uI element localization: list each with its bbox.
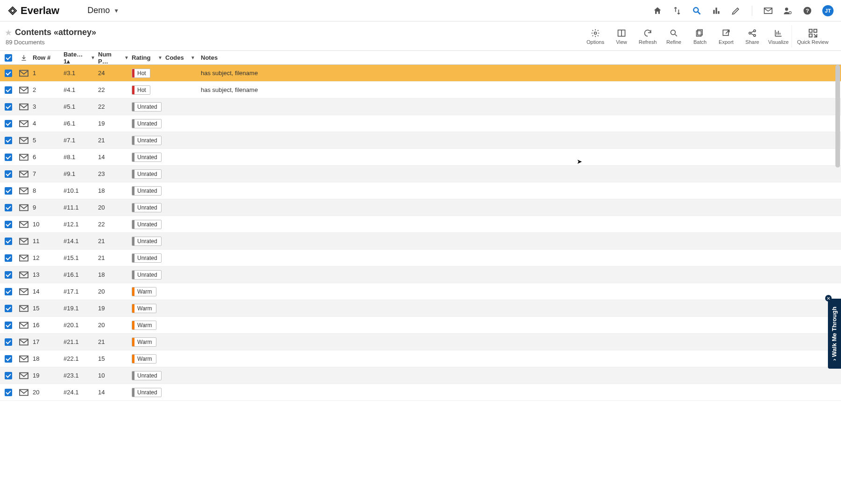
rating-cell[interactable]: Unrated (132, 115, 165, 132)
envelope-icon[interactable] (17, 103, 31, 111)
row-checkbox[interactable] (5, 221, 12, 228)
batch-button[interactable]: Batch (687, 25, 713, 48)
select-all-checkbox[interactable] (5, 54, 12, 62)
rating-cell[interactable]: Unrated (132, 367, 165, 384)
column-row[interactable]: Row # (31, 51, 64, 64)
envelope-icon[interactable] (17, 254, 31, 262)
pen-icon[interactable] (731, 6, 741, 15)
rating-cell[interactable]: Unrated (132, 132, 165, 148)
column-codes[interactable]: Codes▼ (165, 51, 198, 64)
envelope-icon[interactable] (17, 287, 31, 296)
rating-cell[interactable]: Hot (132, 82, 165, 98)
project-picker[interactable]: Demo ▼ (87, 6, 119, 15)
user-avatar[interactable]: JT (822, 5, 834, 16)
row-checkbox[interactable] (5, 170, 12, 178)
export-button[interactable]: Export (713, 25, 739, 48)
rating-cell[interactable]: Warm (132, 334, 165, 350)
table-row[interactable]: 7#9.123Unrated (0, 166, 841, 182)
mail-icon[interactable] (763, 6, 773, 15)
walk-me-through-tab[interactable]: › Walk Me Through (828, 299, 841, 369)
row-checkbox[interactable] (5, 204, 12, 211)
row-checkbox[interactable] (5, 389, 12, 396)
row-checkbox[interactable] (5, 355, 12, 363)
row-checkbox[interactable] (5, 288, 12, 295)
envelope-icon[interactable] (17, 237, 31, 245)
envelope-icon[interactable] (17, 321, 31, 329)
row-checkbox[interactable] (5, 305, 12, 312)
envelope-icon[interactable] (17, 153, 31, 161)
search-icon[interactable] (692, 6, 701, 15)
help-icon[interactable]: ? (803, 6, 812, 15)
row-checkbox[interactable] (5, 86, 12, 94)
rating-cell[interactable]: Hot (132, 65, 165, 81)
envelope-icon[interactable] (17, 136, 31, 145)
table-row[interactable]: 8#10.118Unrated (0, 182, 841, 199)
row-checkbox[interactable] (5, 254, 12, 262)
rating-cell[interactable]: Warm (132, 300, 165, 316)
walk-me-close-button[interactable]: ✕ (825, 295, 832, 301)
envelope-icon[interactable] (17, 338, 31, 346)
envelope-icon[interactable] (17, 220, 31, 229)
table-row[interactable]: 11#14.121Unrated (0, 233, 841, 250)
row-checkbox[interactable] (5, 271, 12, 279)
rating-cell[interactable]: Unrated (132, 199, 165, 216)
rating-cell[interactable]: Unrated (132, 266, 165, 283)
vertical-scrollbar[interactable] (835, 65, 840, 168)
envelope-icon[interactable] (17, 170, 31, 178)
rating-cell[interactable]: Unrated (132, 149, 165, 165)
brand-logo[interactable]: Everlaw (7, 5, 59, 17)
download-column-icon[interactable] (17, 51, 31, 64)
column-bates[interactable]: Bate… 1▴▼ (64, 51, 98, 64)
envelope-icon[interactable] (17, 271, 31, 279)
envelope-icon[interactable] (17, 388, 31, 397)
table-row[interactable]: 6#8.114Unrated (0, 149, 841, 166)
column-rating[interactable]: Rating▼ (132, 51, 165, 64)
table-row[interactable]: 14#17.120Warm (0, 283, 841, 300)
home-icon[interactable] (653, 6, 662, 15)
rating-cell[interactable]: Unrated (132, 250, 165, 266)
rating-cell[interactable]: Unrated (132, 182, 165, 199)
row-checkbox[interactable] (5, 154, 12, 161)
row-checkbox[interactable] (5, 238, 12, 245)
analytics-icon[interactable] (712, 6, 721, 15)
options-button[interactable]: Options (582, 25, 608, 48)
rating-cell[interactable]: Warm (132, 317, 165, 333)
envelope-icon[interactable] (17, 203, 31, 212)
table-row[interactable]: 2#4.122Hothas subject, filename (0, 82, 841, 98)
view-button[interactable]: View (608, 25, 635, 48)
table-row[interactable]: 10#12.122Unrated (0, 216, 841, 233)
rating-cell[interactable]: Unrated (132, 166, 165, 182)
visualize-button[interactable]: Visualize (765, 25, 792, 48)
rating-cell[interactable]: Unrated (132, 233, 165, 249)
row-checkbox[interactable] (5, 338, 12, 346)
table-row[interactable]: 5#7.121Unrated (0, 132, 841, 149)
refresh-button[interactable]: Refresh (635, 25, 661, 48)
envelope-icon[interactable] (17, 187, 31, 195)
favorite-star-icon[interactable]: ★ (5, 28, 12, 38)
envelope-icon[interactable] (17, 371, 31, 380)
row-checkbox[interactable] (5, 103, 12, 111)
upload-download-icon[interactable] (672, 6, 682, 15)
row-checkbox[interactable] (5, 120, 12, 127)
rating-cell[interactable]: Unrated (132, 216, 165, 232)
envelope-icon[interactable] (17, 355, 31, 363)
rating-cell[interactable]: Unrated (132, 384, 165, 400)
table-row[interactable]: 18#22.115Warm (0, 350, 841, 367)
table-row[interactable]: 15#19.119Warm (0, 300, 841, 317)
row-checkbox[interactable] (5, 137, 12, 144)
rating-cell[interactable]: Warm (132, 350, 165, 367)
table-row[interactable]: 20#24.114Unrated (0, 384, 841, 401)
column-num-pages[interactable]: Num P…▼ (98, 51, 132, 64)
quick-review-button[interactable]: Quick Review (792, 25, 834, 48)
table-row[interactable]: 4#6.119Unrated (0, 115, 841, 132)
user-settings-icon[interactable] (783, 6, 792, 15)
envelope-icon[interactable] (17, 86, 31, 94)
envelope-icon[interactable] (17, 119, 31, 128)
table-row[interactable]: 17#21.121Warm (0, 334, 841, 350)
rating-cell[interactable]: Unrated (132, 98, 165, 115)
row-checkbox[interactable] (5, 70, 12, 77)
row-checkbox[interactable] (5, 322, 12, 329)
row-checkbox[interactable] (5, 187, 12, 195)
table-row[interactable]: 19#23.110Unrated (0, 367, 841, 384)
table-row[interactable]: 1#3.124Hothas subject, filename (0, 65, 841, 82)
